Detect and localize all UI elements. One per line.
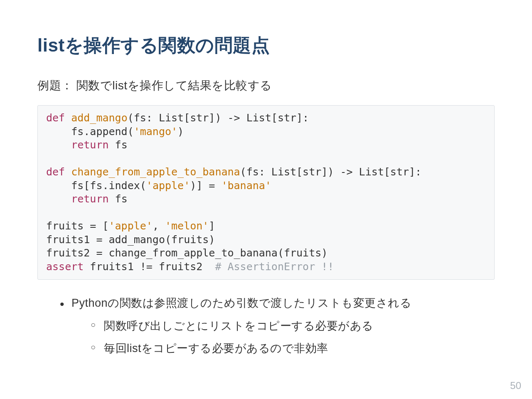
code-text: fruits1 = add_mango(fruits) — [46, 234, 215, 246]
code-string: 'melon' — [165, 220, 209, 232]
code-text: (fs: List[str]) -> List[str]: — [128, 112, 309, 124]
example-intro: 例題： 関数でlistを操作して結果を比較する — [37, 78, 495, 94]
slide: listを操作する関数の問題点 例題： 関数でlistを操作して結果を比較する … — [0, 0, 532, 399]
code-text: fs — [109, 139, 128, 151]
sub-bullet-item: 関数呼び出しごとにリストをコピーする必要がある — [91, 318, 495, 335]
code-text: fruits = [ — [46, 220, 109, 232]
code-funcname: change_from_apple_to_banana — [71, 166, 240, 178]
page-number: 50 — [510, 380, 521, 392]
code-text: )] = — [190, 180, 221, 192]
sub-bullet-list: 関数呼び出しごとにリストをコピーする必要がある 毎回listをコピーする必要があ… — [71, 318, 495, 357]
code-text: fs.append( — [46, 126, 134, 138]
code-block: def add_mango(fs: List[str]) -> List[str… — [37, 105, 495, 280]
code-text: (fs: List[str]) -> List[str]: — [240, 166, 422, 178]
code-keyword: def — [46, 166, 65, 178]
code-text: ] — [209, 220, 215, 232]
code-string: 'mango' — [134, 126, 177, 138]
code-funcname: add_mango — [71, 112, 127, 124]
code-text — [46, 139, 71, 151]
code-text: ) — [177, 126, 184, 138]
code-string: 'apple' — [109, 220, 153, 232]
code-text — [46, 193, 71, 205]
bullet-text: Pythonの関数は参照渡しのため引数で渡したリストも変更される — [71, 297, 411, 309]
code-text: , — [153, 220, 165, 232]
code-text: fruits2 = change_from_apple_to_banana(fr… — [46, 247, 328, 259]
slide-title: listを操作する関数の問題点 — [37, 33, 495, 58]
code-keyword: return — [71, 139, 108, 151]
bullet-item: Pythonの関数は参照渡しのため引数で渡したリストも変更される 関数呼び出しご… — [58, 295, 495, 357]
code-keyword: def — [46, 112, 65, 124]
code-text: fs[fs.index( — [46, 180, 146, 192]
code-string: 'apple' — [146, 180, 190, 192]
sub-bullet-text: 毎回listをコピーする必要があるので非効率 — [104, 342, 328, 355]
sub-bullet-item: 毎回listをコピーする必要があるので非効率 — [91, 340, 495, 357]
code-string: 'banana' — [221, 180, 271, 192]
code-comment: # AssertionError !! — [215, 261, 334, 273]
bullet-list: Pythonの関数は参照渡しのため引数で渡したリストも変更される 関数呼び出しご… — [37, 295, 495, 357]
code-keyword: return — [71, 193, 108, 205]
code-keyword: assert — [46, 261, 84, 273]
code-text: fruits1 != fruits2 — [84, 261, 215, 273]
code-text: fs — [109, 193, 128, 205]
sub-bullet-text: 関数呼び出しごとにリストをコピーする必要がある — [104, 320, 374, 332]
